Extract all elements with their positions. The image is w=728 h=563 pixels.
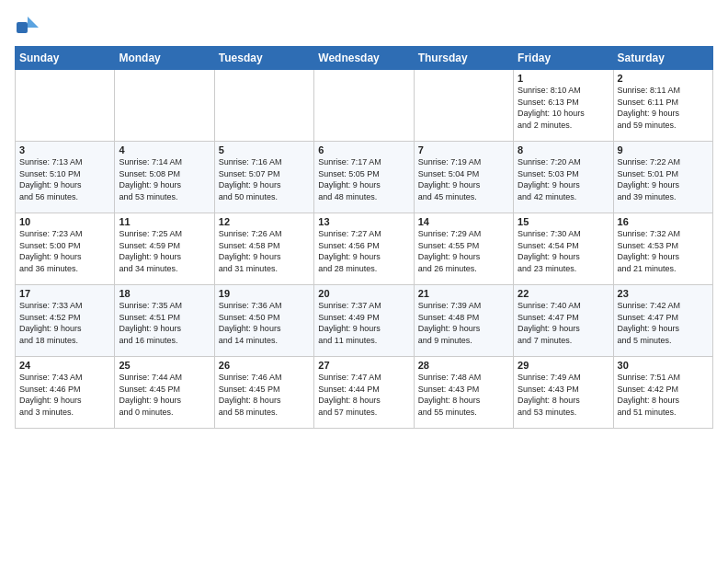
day-number: 28 xyxy=(418,360,509,371)
day-number: 14 xyxy=(418,216,509,227)
page: SundayMondayTuesdayWednesdayThursdayFrid… xyxy=(0,0,728,436)
day-number: 26 xyxy=(219,360,310,371)
weekday-header-sunday: Sunday xyxy=(16,47,115,70)
day-number: 9 xyxy=(618,144,709,155)
day-number: 12 xyxy=(219,216,310,227)
calendar-cell: 13Sunrise: 7:27 AM Sunset: 4:56 PM Dayli… xyxy=(314,213,414,285)
calendar-cell: 26Sunrise: 7:46 AM Sunset: 4:45 PM Dayli… xyxy=(214,357,313,429)
svg-rect-0 xyxy=(17,22,28,33)
calendar-cell: 19Sunrise: 7:36 AM Sunset: 4:50 PM Dayli… xyxy=(214,285,313,357)
day-info: Sunrise: 7:51 AM Sunset: 4:42 PM Dayligh… xyxy=(618,372,709,418)
day-info: Sunrise: 7:19 AM Sunset: 5:04 PM Dayligh… xyxy=(418,156,509,202)
calendar-cell: 11Sunrise: 7:25 AM Sunset: 4:59 PM Dayli… xyxy=(115,213,214,285)
calendar-cell: 28Sunrise: 7:48 AM Sunset: 4:43 PM Dayli… xyxy=(414,357,513,429)
calendar-cell xyxy=(414,70,513,142)
day-info: Sunrise: 7:43 AM Sunset: 4:46 PM Dayligh… xyxy=(19,372,110,418)
day-info: Sunrise: 7:40 AM Sunset: 4:47 PM Dayligh… xyxy=(518,300,609,346)
header xyxy=(15,11,713,40)
weekday-header-monday: Monday xyxy=(115,47,214,70)
day-number: 4 xyxy=(119,144,210,155)
day-number: 8 xyxy=(518,144,609,155)
calendar-cell: 9Sunrise: 7:22 AM Sunset: 5:01 PM Daylig… xyxy=(613,142,712,213)
day-number: 16 xyxy=(618,216,709,227)
weekday-header-wednesday: Wednesday xyxy=(314,47,414,70)
week-row-3: 10Sunrise: 7:23 AM Sunset: 5:00 PM Dayli… xyxy=(16,213,713,285)
logo xyxy=(15,15,42,40)
week-row-5: 24Sunrise: 7:43 AM Sunset: 4:46 PM Dayli… xyxy=(16,357,713,429)
day-number: 23 xyxy=(618,288,709,299)
weekday-header-saturday: Saturday xyxy=(613,47,712,70)
day-info: Sunrise: 7:16 AM Sunset: 5:07 PM Dayligh… xyxy=(219,156,310,202)
day-number: 22 xyxy=(518,288,609,299)
calendar-cell xyxy=(115,70,214,142)
day-info: Sunrise: 7:37 AM Sunset: 4:49 PM Dayligh… xyxy=(318,300,409,346)
day-info: Sunrise: 7:49 AM Sunset: 4:43 PM Dayligh… xyxy=(518,372,609,418)
day-number: 7 xyxy=(418,144,509,155)
day-number: 29 xyxy=(518,360,609,371)
day-info: Sunrise: 7:29 AM Sunset: 4:55 PM Dayligh… xyxy=(418,228,509,274)
day-info: Sunrise: 7:13 AM Sunset: 5:10 PM Dayligh… xyxy=(19,156,110,202)
calendar-cell: 16Sunrise: 7:32 AM Sunset: 4:53 PM Dayli… xyxy=(613,213,712,285)
calendar-cell: 20Sunrise: 7:37 AM Sunset: 4:49 PM Dayli… xyxy=(314,285,414,357)
calendar-cell: 7Sunrise: 7:19 AM Sunset: 5:04 PM Daylig… xyxy=(414,142,513,213)
day-info: Sunrise: 7:30 AM Sunset: 4:54 PM Dayligh… xyxy=(518,228,609,274)
day-number: 1 xyxy=(518,73,609,84)
day-number: 17 xyxy=(19,288,110,299)
calendar-cell: 29Sunrise: 7:49 AM Sunset: 4:43 PM Dayli… xyxy=(514,357,613,429)
calendar-table: SundayMondayTuesdayWednesdayThursdayFrid… xyxy=(15,46,713,429)
calendar-cell: 1Sunrise: 8:10 AM Sunset: 6:13 PM Daylig… xyxy=(514,70,613,142)
day-number: 24 xyxy=(19,360,110,371)
weekday-header-thursday: Thursday xyxy=(414,47,513,70)
weekday-header-friday: Friday xyxy=(514,47,613,70)
calendar-cell: 15Sunrise: 7:30 AM Sunset: 4:54 PM Dayli… xyxy=(514,213,613,285)
day-info: Sunrise: 8:10 AM Sunset: 6:13 PM Dayligh… xyxy=(518,85,609,131)
calendar-cell: 3Sunrise: 7:13 AM Sunset: 5:10 PM Daylig… xyxy=(16,142,115,213)
calendar-cell: 30Sunrise: 7:51 AM Sunset: 4:42 PM Dayli… xyxy=(613,357,712,429)
day-info: Sunrise: 7:25 AM Sunset: 4:59 PM Dayligh… xyxy=(119,228,210,274)
day-info: Sunrise: 7:32 AM Sunset: 4:53 PM Dayligh… xyxy=(618,228,709,274)
day-info: Sunrise: 7:20 AM Sunset: 5:03 PM Dayligh… xyxy=(518,156,609,202)
day-number: 20 xyxy=(318,288,409,299)
day-info: Sunrise: 7:42 AM Sunset: 4:47 PM Dayligh… xyxy=(618,300,709,346)
day-number: 13 xyxy=(318,216,409,227)
day-info: Sunrise: 7:23 AM Sunset: 5:00 PM Dayligh… xyxy=(19,228,110,274)
week-row-4: 17Sunrise: 7:33 AM Sunset: 4:52 PM Dayli… xyxy=(16,285,713,357)
svg-marker-1 xyxy=(28,17,39,28)
calendar-cell: 25Sunrise: 7:44 AM Sunset: 4:45 PM Dayli… xyxy=(115,357,214,429)
day-info: Sunrise: 7:35 AM Sunset: 4:51 PM Dayligh… xyxy=(119,300,210,346)
day-info: Sunrise: 7:39 AM Sunset: 4:48 PM Dayligh… xyxy=(418,300,509,346)
calendar-cell: 4Sunrise: 7:14 AM Sunset: 5:08 PM Daylig… xyxy=(115,142,214,213)
day-info: Sunrise: 8:11 AM Sunset: 6:11 PM Dayligh… xyxy=(618,85,709,131)
weekday-header-tuesday: Tuesday xyxy=(214,47,313,70)
day-info: Sunrise: 7:46 AM Sunset: 4:45 PM Dayligh… xyxy=(219,372,310,418)
week-row-1: 1Sunrise: 8:10 AM Sunset: 6:13 PM Daylig… xyxy=(16,70,713,142)
calendar-cell: 8Sunrise: 7:20 AM Sunset: 5:03 PM Daylig… xyxy=(514,142,613,213)
calendar-cell xyxy=(16,70,115,142)
calendar-cell xyxy=(314,70,414,142)
calendar-cell: 14Sunrise: 7:29 AM Sunset: 4:55 PM Dayli… xyxy=(414,213,513,285)
day-number: 25 xyxy=(119,360,210,371)
calendar-cell: 22Sunrise: 7:40 AM Sunset: 4:47 PM Dayli… xyxy=(514,285,613,357)
calendar-cell xyxy=(214,70,313,142)
calendar-cell: 27Sunrise: 7:47 AM Sunset: 4:44 PM Dayli… xyxy=(314,357,414,429)
day-number: 30 xyxy=(618,360,709,371)
calendar-cell: 6Sunrise: 7:17 AM Sunset: 5:05 PM Daylig… xyxy=(314,142,414,213)
week-row-2: 3Sunrise: 7:13 AM Sunset: 5:10 PM Daylig… xyxy=(16,142,713,213)
day-number: 6 xyxy=(318,144,409,155)
day-info: Sunrise: 7:22 AM Sunset: 5:01 PM Dayligh… xyxy=(618,156,709,202)
calendar-cell: 5Sunrise: 7:16 AM Sunset: 5:07 PM Daylig… xyxy=(214,142,313,213)
day-info: Sunrise: 7:47 AM Sunset: 4:44 PM Dayligh… xyxy=(318,372,409,418)
calendar-cell: 2Sunrise: 8:11 AM Sunset: 6:11 PM Daylig… xyxy=(613,70,712,142)
day-info: Sunrise: 7:36 AM Sunset: 4:50 PM Dayligh… xyxy=(219,300,310,346)
day-number: 2 xyxy=(618,73,709,84)
logo-icon xyxy=(15,15,40,40)
calendar-cell: 18Sunrise: 7:35 AM Sunset: 4:51 PM Dayli… xyxy=(115,285,214,357)
calendar-cell: 17Sunrise: 7:33 AM Sunset: 4:52 PM Dayli… xyxy=(16,285,115,357)
day-number: 5 xyxy=(219,144,310,155)
day-info: Sunrise: 7:14 AM Sunset: 5:08 PM Dayligh… xyxy=(119,156,210,202)
day-number: 15 xyxy=(518,216,609,227)
day-number: 3 xyxy=(19,144,110,155)
calendar-cell: 23Sunrise: 7:42 AM Sunset: 4:47 PM Dayli… xyxy=(613,285,712,357)
day-number: 18 xyxy=(119,288,210,299)
calendar-cell: 24Sunrise: 7:43 AM Sunset: 4:46 PM Dayli… xyxy=(16,357,115,429)
